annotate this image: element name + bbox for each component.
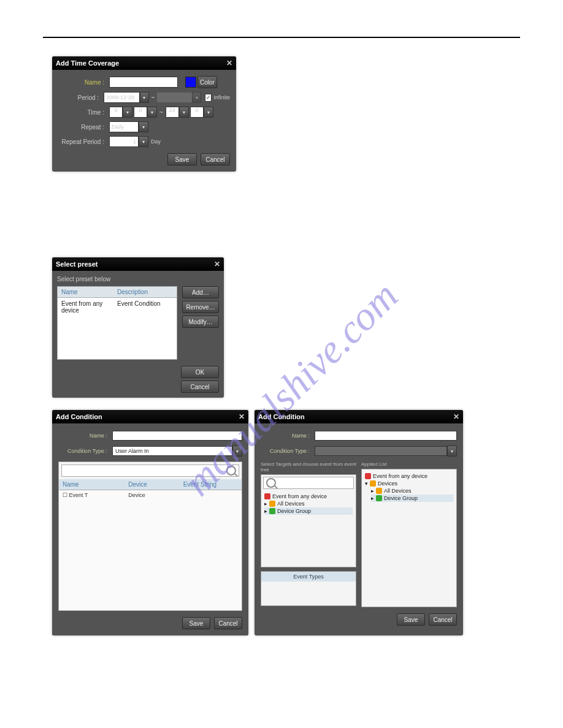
add-condition-dialog-b: Add Condition ✕ Name : Condition Type : … xyxy=(255,410,463,635)
cond-name-input[interactable] xyxy=(112,431,242,441)
list-header: Name Device Event String xyxy=(59,479,242,490)
name-label: Name : xyxy=(58,79,104,86)
tree-item[interactable]: ▸ All Devices xyxy=(371,487,453,495)
add-button[interactable]: Add… xyxy=(182,286,219,298)
ok-button[interactable]: OK xyxy=(181,366,219,378)
dialog-title: Add Condition xyxy=(56,413,102,420)
preset-list-header: Name Description xyxy=(57,286,177,298)
dialog-titlebar[interactable]: Add Time Coverage ✕ xyxy=(52,56,236,70)
modify-button[interactable]: Modify… xyxy=(182,316,219,328)
event-types-panel: Event Types xyxy=(261,571,356,606)
col-description: Description xyxy=(117,289,173,295)
cancel-button[interactable]: Cancel xyxy=(429,613,457,626)
infinite-checkbox[interactable]: ✓ xyxy=(205,94,212,102)
tree-item[interactable]: ▸ All Devices xyxy=(264,500,353,507)
repeat-select[interactable]: Daily xyxy=(109,121,139,132)
search-icon xyxy=(226,466,236,476)
time-to-h[interactable]: 24 xyxy=(166,107,179,118)
dialog-titlebar[interactable]: Select preset ✕ xyxy=(52,257,224,271)
color-button[interactable]: Color xyxy=(197,76,217,88)
close-icon[interactable]: ✕ xyxy=(226,59,232,67)
repeat-period-input[interactable]: 1 xyxy=(109,136,139,147)
repeat-label: Repeat : xyxy=(58,124,104,131)
period-label: Period : xyxy=(58,94,99,101)
repeat-period-label: Repeat Period : xyxy=(58,138,104,145)
folder-icon xyxy=(370,480,376,487)
name-label: Name : xyxy=(261,433,310,439)
preset-row[interactable]: Event from any device Event Condition xyxy=(61,300,173,314)
folder-icon xyxy=(269,501,275,507)
color-swatch[interactable] xyxy=(185,77,196,88)
time-from-h[interactable]: 0 xyxy=(109,107,123,118)
name-label: Name : xyxy=(58,433,107,439)
dialog-titlebar[interactable]: Add Condition ✕ xyxy=(255,410,463,423)
dropdown-icon[interactable]: ▾ xyxy=(447,446,457,457)
name-input[interactable] xyxy=(109,77,178,88)
close-icon[interactable]: ✕ xyxy=(453,412,459,421)
add-time-coverage-dialog: Add Time Coverage ✕ Name : Color Period … xyxy=(52,56,236,172)
preset-list[interactable]: Event from any device Event Condition xyxy=(57,298,177,360)
search-bar[interactable] xyxy=(61,464,239,477)
search-icon xyxy=(266,478,276,488)
close-icon[interactable]: ✕ xyxy=(239,412,245,421)
date-dropdown-icon[interactable]: ▾ xyxy=(140,92,148,103)
add-condition-dialog-a: Add Condition ✕ Name : Condition Type : … xyxy=(52,410,248,635)
condition-type-label: Condition Type : xyxy=(261,448,310,454)
instruction-text: Select preset below xyxy=(57,276,219,282)
infinite-label: Infinite xyxy=(213,94,230,100)
save-button[interactable]: Save xyxy=(167,153,197,165)
dropdown-icon[interactable]: ▾ xyxy=(232,446,242,457)
condition-type-select[interactable]: User Alarm In xyxy=(112,446,232,456)
tree-item[interactable]: Event from any device xyxy=(365,472,453,480)
applied-list-label: Applied List xyxy=(361,461,457,467)
folder-icon xyxy=(376,495,382,501)
time-label: Time : xyxy=(58,109,104,116)
select-preset-dialog: Select preset ✕ Select preset below Name… xyxy=(52,257,224,398)
tree-item[interactable]: ▾ Devices xyxy=(365,480,453,487)
col-name: Name xyxy=(61,289,117,295)
tree-item-selected[interactable]: ▸ Device Group xyxy=(264,507,353,515)
spinner-icon[interactable]: ▾ xyxy=(139,136,148,147)
time-to-m[interactable]: 0 xyxy=(190,107,204,118)
period-end-disabled xyxy=(157,93,192,102)
select-targets-label: Select Targets and choose event from eve… xyxy=(261,461,356,472)
cancel-button[interactable]: Cancel xyxy=(181,381,219,393)
dialog-title: Select preset xyxy=(56,260,98,268)
list-row[interactable]: ☐ Event T Device xyxy=(63,492,238,498)
spinner-icon[interactable]: ▾ xyxy=(204,107,213,118)
remove-button[interactable]: Remove… xyxy=(182,301,219,313)
tree-item[interactable]: Event from any device xyxy=(264,493,353,500)
separator-text: ~ xyxy=(151,94,155,101)
condition-type-select[interactable] xyxy=(315,446,447,456)
condition-type-label: Condition Type : xyxy=(58,448,107,454)
dialog-title: Add Time Coverage xyxy=(56,59,119,67)
cancel-button[interactable]: Cancel xyxy=(214,617,242,629)
period-start-input[interactable]: 2009-12-28 xyxy=(104,92,140,103)
condition-panel: Name Device Event String ☐ Event T Devic… xyxy=(58,461,242,611)
event-icon xyxy=(365,473,371,479)
targets-tree-panel: Event from any device ▸ All Devices ▸ De… xyxy=(261,474,356,567)
spinner-icon[interactable]: ▾ xyxy=(123,107,132,118)
dialog-titlebar[interactable]: Add Condition ✕ xyxy=(52,410,248,423)
col-device: Device xyxy=(128,481,183,488)
dropdown-icon[interactable]: ▾ xyxy=(139,121,148,132)
col-event-string: Event String xyxy=(183,481,238,488)
applied-tree-panel: Event from any device ▾ Devices ▸ All De… xyxy=(361,469,457,607)
event-icon xyxy=(264,493,270,499)
condition-list[interactable]: ☐ Event T Device xyxy=(59,490,242,610)
separator-text: ~ xyxy=(159,109,163,116)
save-button[interactable]: Save xyxy=(182,617,210,629)
repeat-unit-label: Day xyxy=(151,138,161,145)
dialog-title: Add Condition xyxy=(258,413,305,420)
cancel-button[interactable]: Cancel xyxy=(201,153,230,165)
spinner-icon[interactable]: ▾ xyxy=(147,107,157,118)
time-from-m[interactable]: 0 xyxy=(134,107,147,118)
spinner-icon[interactable]: ▾ xyxy=(179,107,189,118)
save-button[interactable]: Save xyxy=(397,613,425,626)
search-bar[interactable] xyxy=(263,477,354,489)
cond-name-input[interactable] xyxy=(315,431,457,441)
event-types-header: Event Types xyxy=(261,572,356,582)
close-icon[interactable]: ✕ xyxy=(214,260,220,268)
tree-item-selected[interactable]: ▸ Device Group xyxy=(371,495,453,502)
folder-icon xyxy=(269,508,275,514)
